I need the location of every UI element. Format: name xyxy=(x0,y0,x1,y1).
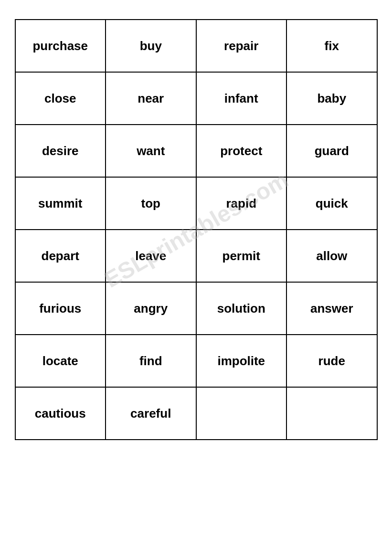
table-cell: careful xyxy=(106,387,196,440)
table-cell: furious xyxy=(15,282,106,335)
table-cell: close xyxy=(15,72,106,125)
table-cell: top xyxy=(106,177,196,230)
table-cell: buy xyxy=(106,20,196,72)
table-cell xyxy=(196,387,287,440)
table-cell: answer xyxy=(286,282,377,335)
table-cell: permit xyxy=(196,230,287,282)
table-cell: repair xyxy=(196,20,287,72)
table-wrapper: ESLprintables.com purchasebuyrepairfixcl… xyxy=(15,19,378,440)
table-cell: rude xyxy=(286,335,377,387)
table-row: furiousangrysolutionanswer xyxy=(15,282,377,335)
table-row: cautiouscareful xyxy=(15,387,377,440)
table-cell: infant xyxy=(196,72,287,125)
table-cell: desire xyxy=(15,125,106,177)
table-cell: quick xyxy=(286,177,377,230)
page-container: ESLprintables.com purchasebuyrepairfixcl… xyxy=(15,19,378,440)
table-row: purchasebuyrepairfix xyxy=(15,20,377,72)
table-cell: baby xyxy=(286,72,377,125)
table-cell xyxy=(286,387,377,440)
table-cell: depart xyxy=(15,230,106,282)
table-row: departleavepermitallow xyxy=(15,230,377,282)
table-cell: fix xyxy=(286,20,377,72)
table-cell: near xyxy=(106,72,196,125)
table-cell: purchase xyxy=(15,20,106,72)
table-cell: solution xyxy=(196,282,287,335)
table-row: desirewantprotectguard xyxy=(15,125,377,177)
table-cell: want xyxy=(106,125,196,177)
table-row: locatefindimpoliterude xyxy=(15,335,377,387)
table-cell: guard xyxy=(286,125,377,177)
table-cell: rapid xyxy=(196,177,287,230)
word-table: purchasebuyrepairfixclosenearinfantbabyd… xyxy=(15,19,378,440)
table-cell: allow xyxy=(286,230,377,282)
table-cell: angry xyxy=(106,282,196,335)
table-cell: cautious xyxy=(15,387,106,440)
table-cell: protect xyxy=(196,125,287,177)
table-cell: locate xyxy=(15,335,106,387)
table-cell: summit xyxy=(15,177,106,230)
table-row: closenearinfantbaby xyxy=(15,72,377,125)
table-cell: find xyxy=(106,335,196,387)
table-row: summittoprapidquick xyxy=(15,177,377,230)
table-cell: impolite xyxy=(196,335,287,387)
table-cell: leave xyxy=(106,230,196,282)
